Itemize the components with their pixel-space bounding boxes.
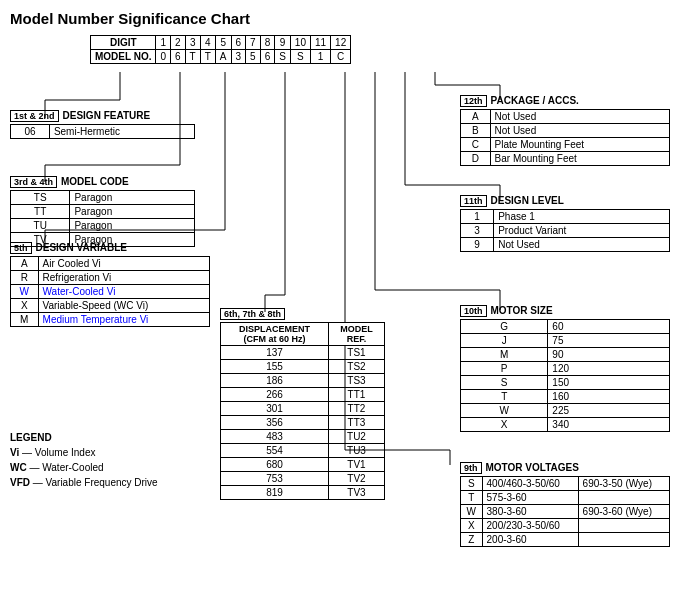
motor-size-title: MOTOR SIZE [491, 305, 553, 316]
motor-voltages-section: 9th MOTOR VOLTAGES S 400/460-3-50/60 690… [460, 462, 670, 547]
motor-voltages-title: MOTOR VOLTAGES [486, 462, 579, 473]
dl-code-1: 3 [461, 224, 494, 238]
design-feature-table: 06 Semi-Hermetic [10, 124, 195, 139]
digit-table-wrap: DIGIT 1 2 3 4 5 6 7 8 9 10 11 12 MODEL N… [90, 35, 670, 64]
model-code-header: 3rd & 4th [10, 176, 57, 188]
digit-7: 7 [246, 36, 261, 50]
ms-desc-2: 90 [548, 348, 670, 362]
page-title: Model Number Significance Chart [10, 10, 670, 27]
mc-code-1: TT [11, 205, 70, 219]
ms-desc-4: 150 [548, 376, 670, 390]
pkg-desc-2: Plate Mounting Feet [490, 138, 669, 152]
model-code-section: 3rd & 4th MODEL CODE TSParagon TTParagon… [10, 176, 195, 247]
digit-6: 6 [231, 36, 246, 50]
digit-10: 10 [290, 36, 310, 50]
model-label: MODEL NO. [91, 50, 156, 64]
legend-title: LEGEND [10, 430, 158, 445]
df-desc-0: Semi-Hermetic [49, 125, 194, 139]
digit-3: 3 [185, 36, 200, 50]
dv-desc-3: Variable-Speed (WC Vi) [38, 299, 209, 313]
digit-11: 11 [310, 36, 330, 50]
model-val-4: T [200, 50, 215, 64]
mv-desc-2: 380-3-60 [482, 505, 578, 519]
mc-code-0: TS [11, 191, 70, 205]
dv-code-0: A [11, 257, 39, 271]
legend-section: LEGEND Vi — Volume Index WC — Water-Cool… [10, 430, 158, 490]
mv-desc2-4 [578, 533, 669, 547]
ms-code-2: M [461, 348, 548, 362]
disp-ref-0: TS1 [328, 346, 384, 360]
digit-9: 9 [275, 36, 291, 50]
design-feature-header: 1st & 2nd [10, 110, 59, 122]
dv-desc-2: Water-Cooled Vi [38, 285, 209, 299]
mv-desc2-1 [578, 491, 669, 505]
mc-desc-0: Paragon [70, 191, 195, 205]
model-val-10: S [290, 50, 310, 64]
mv-desc2-2: 690-3-60 (Wye) [578, 505, 669, 519]
model-val-7: 5 [246, 50, 261, 64]
model-val-11: 1 [310, 50, 330, 64]
disp-cfm-5: 356 [221, 416, 329, 430]
package-table: ANot Used BNot Used CPlate Mounting Feet… [460, 109, 670, 166]
motor-size-section: 10th MOTOR SIZE G60 J75 M90 P120 S150 T1… [460, 305, 670, 432]
motor-size-header: 10th [460, 305, 487, 317]
dv-desc-0: Air Cooled Vi [38, 257, 209, 271]
legend-item-1: WC — Water-Cooled [10, 460, 158, 475]
mv-code-3: X [461, 519, 483, 533]
legend-item-0: Vi — Volume Index [10, 445, 158, 460]
model-val-12: C [331, 50, 351, 64]
design-variable-section: 5th DESIGN VARIABLE AAir Cooled Vi RRefr… [10, 242, 210, 327]
model-val-9: S [275, 50, 291, 64]
digit-model-table: DIGIT 1 2 3 4 5 6 7 8 9 10 11 12 MODEL N… [90, 35, 351, 64]
pkg-desc-0: Not Used [490, 110, 669, 124]
ms-desc-0: 60 [548, 320, 670, 334]
package-title: PACKAGE / ACCS. [491, 95, 579, 106]
disp-cfm-0: 137 [221, 346, 329, 360]
mv-code-0: S [461, 477, 483, 491]
chart-container: DIGIT 1 2 3 4 5 6 7 8 9 10 11 12 MODEL N… [10, 35, 670, 600]
model-val-8: 6 [260, 50, 275, 64]
pkg-desc-1: Not Used [490, 124, 669, 138]
mv-code-4: Z [461, 533, 483, 547]
ms-code-0: G [461, 320, 548, 334]
digit-1: 1 [156, 36, 171, 50]
mv-desc2-0: 690-3-50 (Wye) [578, 477, 669, 491]
dv-code-1: R [11, 271, 39, 285]
dl-desc-1: Product Variant [494, 224, 670, 238]
disp-ref-7: TU3 [328, 444, 384, 458]
design-feature-title: DESIGN FEATURE [63, 110, 151, 121]
mv-desc-0: 400/460-3-50/60 [482, 477, 578, 491]
model-val-2: 6 [171, 50, 186, 64]
digit-5: 5 [215, 36, 231, 50]
motor-size-table: G60 J75 M90 P120 S150 T160 W225 X340 [460, 319, 670, 432]
disp-cfm-9: 753 [221, 472, 329, 486]
model-val-5: A [215, 50, 231, 64]
disp-ref-3: TT1 [328, 388, 384, 402]
displacement-col1-header: DISPLACEMENT(CFM at 60 Hz) [221, 323, 329, 346]
disp-ref-2: TS3 [328, 374, 384, 388]
design-feature-section: 1st & 2nd DESIGN FEATURE 06 Semi-Hermeti… [10, 110, 195, 139]
ms-desc-7: 340 [548, 418, 670, 432]
pkg-desc-3: Bar Mounting Feet [490, 152, 669, 166]
digit-4: 4 [200, 36, 215, 50]
dl-desc-0: Phase 1 [494, 210, 670, 224]
disp-cfm-10: 819 [221, 486, 329, 500]
dl-code-2: 9 [461, 238, 494, 252]
model-code-table: TSParagon TTParagon TUParagon TVParagon [10, 190, 195, 247]
ms-desc-1: 75 [548, 334, 670, 348]
pkg-code-0: A [461, 110, 491, 124]
mc-desc-2: Paragon [70, 219, 195, 233]
disp-ref-8: TV1 [328, 458, 384, 472]
motor-voltages-header: 9th [460, 462, 482, 474]
pkg-code-2: C [461, 138, 491, 152]
model-code-title: MODEL CODE [61, 176, 129, 187]
disp-cfm-3: 266 [221, 388, 329, 402]
legend-item-2: VFD — Variable Frequency Drive [10, 475, 158, 490]
disp-cfm-4: 301 [221, 402, 329, 416]
design-variable-title: DESIGN VARIABLE [36, 242, 128, 253]
model-val-6: 3 [231, 50, 246, 64]
mv-desc-4: 200-3-60 [482, 533, 578, 547]
ms-desc-6: 225 [548, 404, 670, 418]
package-header: 12th [460, 95, 487, 107]
pkg-code-3: D [461, 152, 491, 166]
